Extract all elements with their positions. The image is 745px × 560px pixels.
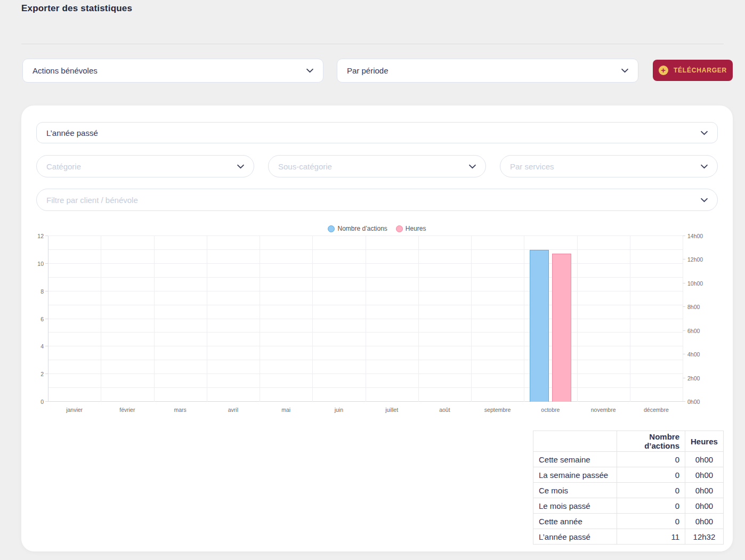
table-row: Le mois passé 0 0h00 — [533, 498, 724, 514]
right-axis-tick-mark — [683, 354, 685, 354]
row-actions: 0 — [617, 498, 685, 514]
month-label: mai — [281, 407, 290, 413]
left-axis-tick-mark — [45, 374, 48, 374]
chevron-down-icon — [701, 131, 708, 135]
gridline-vertical — [524, 236, 524, 402]
bar-chart: Nombre d’actionsHeures 0246810120h002h00… — [36, 221, 718, 417]
export-mode-select[interactable]: Par période — [337, 59, 638, 83]
bar-heures — [552, 254, 571, 402]
subcategory-select[interactable]: Sous-catégorie — [268, 155, 486, 177]
header-empty — [533, 431, 617, 452]
row-label: Ce mois — [533, 483, 617, 498]
page-title: Exporter des statistiques — [21, 3, 132, 14]
left-axis-tick-mark — [45, 291, 48, 291]
month-label: septembre — [484, 407, 511, 413]
gridline-vertical — [683, 236, 683, 402]
category-placeholder: Catégorie — [46, 162, 81, 171]
gridline-vertical — [154, 236, 155, 402]
month-label: novembre — [591, 407, 616, 413]
row-actions: 0 — [617, 452, 685, 467]
row-hours: 0h00 — [685, 514, 724, 529]
month-label: mars — [174, 407, 186, 413]
left-axis-tick-label: 6 — [41, 316, 44, 322]
header-hours: Heures — [685, 431, 724, 452]
left-axis-tick-label: 4 — [41, 343, 44, 350]
row-hours: 12h32 — [685, 529, 724, 545]
row-label: Le mois passé — [533, 498, 617, 514]
legend-label: Nombre d’actions — [337, 225, 387, 232]
right-axis-tick-label: 14h00 — [687, 233, 703, 239]
row-actions: 0 — [617, 514, 685, 529]
month-label: avril — [228, 407, 238, 413]
table-row: Cette année 0 0h00 — [533, 514, 724, 529]
legend-item[interactable]: Heures — [396, 225, 426, 232]
download-button[interactable]: + TÉLÉCHARGER — [653, 60, 733, 81]
services-select[interactable]: Par services — [500, 155, 718, 177]
row-label: Cette semaine — [533, 452, 617, 467]
left-axis-tick-label: 12 — [37, 233, 44, 239]
month-label: décembre — [644, 407, 669, 413]
right-axis-tick-mark — [683, 283, 685, 283]
right-axis-tick-mark — [683, 378, 685, 378]
month-label: janvier — [66, 407, 83, 413]
table-header-row: Nombre d’actions Heures — [533, 431, 724, 452]
chart-plot-area: 0246810120h002h004h006h008h0010h0012h001… — [48, 236, 683, 402]
month-label: octobre — [541, 407, 560, 413]
right-axis-tick-label: 4h00 — [687, 351, 700, 358]
left-axis-tick-mark — [45, 319, 48, 319]
left-axis-tick-label: 8 — [41, 288, 44, 295]
row-hours: 0h00 — [685, 483, 724, 498]
row-label: L’année passé — [533, 529, 617, 545]
stats-card: L’année passé Catégorie Sous-catégorie P… — [21, 105, 733, 551]
row-hours: 0h00 — [685, 498, 724, 514]
right-axis-tick-label: 6h00 — [687, 328, 700, 334]
client-filter-select[interactable]: Filtre par client / bénévole — [36, 189, 718, 211]
right-axis-tick-label: 2h00 — [687, 375, 700, 382]
row-hours: 0h00 — [685, 452, 724, 467]
left-axis-tick-mark — [45, 236, 48, 236]
category-select[interactable]: Catégorie — [36, 155, 254, 177]
gridline-vertical — [577, 236, 578, 402]
right-axis-tick-label: 12h00 — [687, 256, 703, 263]
gridline-vertical — [312, 236, 313, 402]
left-axis-tick-label: 2 — [41, 371, 44, 377]
right-axis-tick-mark — [683, 259, 685, 259]
chevron-down-icon — [306, 68, 313, 73]
left-axis-tick-label: 10 — [37, 261, 44, 267]
period-select[interactable]: L’année passé — [36, 122, 718, 143]
legend-dot-icon — [396, 225, 403, 232]
right-axis-tick-label: 0h00 — [687, 399, 700, 405]
table-row: Cette semaine 0 0h00 — [533, 452, 724, 467]
right-axis-tick-mark — [683, 236, 685, 236]
gridline-vertical — [48, 236, 48, 402]
export-type-value: Actions bénévoles — [33, 66, 98, 75]
subcategory-placeholder: Sous-catégorie — [278, 162, 332, 171]
chart-legend: Nombre d’actionsHeures — [36, 222, 718, 235]
table-row: L’année passé 11 12h32 — [533, 529, 724, 545]
left-axis-tick-label: 0 — [41, 399, 44, 405]
left-axis-tick-mark — [45, 401, 48, 402]
download-button-label: TÉLÉCHARGER — [674, 67, 727, 74]
legend-label: Heures — [406, 225, 426, 232]
summary-table: Nombre d’actions Heures Cette semaine 0 … — [533, 431, 724, 545]
gridline-vertical — [366, 236, 366, 402]
client-filter-placeholder: Filtre par client / bénévole — [46, 196, 138, 205]
right-axis-tick-label: 8h00 — [687, 304, 700, 310]
period-value: L’année passé — [46, 128, 98, 137]
chevron-down-icon — [621, 68, 628, 73]
chevron-down-icon — [237, 164, 244, 169]
gridline-vertical — [418, 236, 419, 402]
right-axis-tick-mark — [683, 306, 685, 307]
table-row: Ce mois 0 0h00 — [533, 483, 724, 498]
month-label: juin — [335, 407, 343, 413]
table-row: La semaine passée 0 0h00 — [533, 467, 724, 483]
export-mode-value: Par période — [347, 66, 388, 75]
row-actions: 0 — [617, 483, 685, 498]
month-label: juillet — [385, 407, 398, 413]
bar-nombre-d-actions — [530, 250, 549, 402]
month-label: août — [439, 407, 450, 413]
divider — [21, 44, 724, 44]
legend-item[interactable]: Nombre d’actions — [328, 225, 387, 232]
export-type-select[interactable]: Actions bénévoles — [22, 59, 323, 83]
gridline-vertical — [260, 236, 260, 402]
